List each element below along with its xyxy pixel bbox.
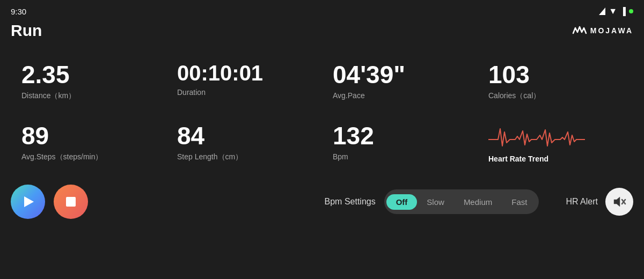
toggle-medium[interactable]: Medium (454, 194, 502, 210)
play-button[interactable] (11, 185, 45, 219)
brand-name: MOJAWA (590, 26, 633, 35)
hr-alert-section: HR Alert (566, 188, 633, 216)
metric-duration: 00:10:01 Duration (166, 54, 322, 109)
metric-avgpace: 04'39" Avg.Pace (322, 54, 478, 109)
avgsteps-label: Avg.Steps（steps/min） (21, 152, 161, 162)
metrics-row-1: 2.35 Distance（km） 00:10:01 Duration 04'3… (0, 48, 644, 115)
metric-distance: 2.35 Distance（km） (11, 54, 166, 109)
metrics-row-2: 89 Avg.Steps（steps/min） 84 Step Length（c… (0, 115, 644, 177)
hr-alert-label: HR Alert (566, 197, 598, 207)
connection-dot (629, 9, 633, 13)
header: Run MOJAWA (0, 19, 644, 48)
brand-logo: MOJAWA (572, 26, 633, 35)
calories-value: 103 (488, 62, 628, 87)
bpm-toggle-group[interactable]: Off Slow Medium Fast (384, 189, 539, 214)
bottom-bar: Bpm Settings Off Slow Medium Fast HR Ale… (0, 177, 644, 226)
metric-steplength: 84 Step Length（cm） (166, 115, 322, 172)
bpm-value: 132 (333, 123, 472, 148)
heart-rate-chart (488, 123, 585, 151)
avgsteps-value: 89 (21, 123, 161, 148)
duration-value: 00:10:01 (177, 62, 317, 84)
steplength-value: 84 (177, 123, 317, 148)
toggle-slow[interactable]: Slow (417, 194, 454, 210)
hr-alert-button[interactable] (605, 188, 633, 216)
avgpace-value: 04'39" (333, 62, 472, 87)
avgpace-label: Avg.Pace (333, 91, 472, 100)
calories-label: Calories（cal） (488, 91, 628, 101)
bpm-settings-label: Bpm Settings (325, 197, 376, 207)
toggle-off[interactable]: Off (386, 194, 418, 210)
wifi-icon: ▼ (609, 6, 617, 16)
bpm-settings-section: Bpm Settings Off Slow Medium Fast (325, 189, 539, 214)
metric-calories: 103 Calories（cal） (478, 54, 633, 109)
metric-heart-rate-trend: Heart Rate Trend (478, 115, 633, 172)
metric-bpm: 132 Bpm (322, 115, 478, 172)
stop-icon (66, 197, 76, 207)
play-icon (24, 196, 34, 207)
steplength-label: Step Length（cm） (177, 152, 317, 162)
duration-label: Duration (177, 88, 317, 97)
heart-rate-label: Heart Rate Trend (488, 155, 628, 163)
metric-avgsteps: 89 Avg.Steps（steps/min） (11, 115, 166, 172)
distance-value: 2.35 (21, 62, 161, 87)
stop-button[interactable] (54, 185, 88, 219)
time-display: 9:30 (11, 7, 26, 16)
mute-icon (612, 196, 626, 208)
distance-label: Distance（km） (21, 91, 161, 101)
toggle-fast[interactable]: Fast (502, 194, 537, 210)
page-title: Run (11, 21, 42, 40)
bpm-label: Bpm (333, 152, 472, 161)
status-icons: ▼ ▐ (599, 6, 633, 16)
status-bar: 9:30 ▼ ▐ (0, 0, 644, 19)
signal-icon (599, 8, 605, 15)
battery-icon: ▐ (620, 7, 626, 16)
mojawa-logo-icon (572, 26, 587, 35)
